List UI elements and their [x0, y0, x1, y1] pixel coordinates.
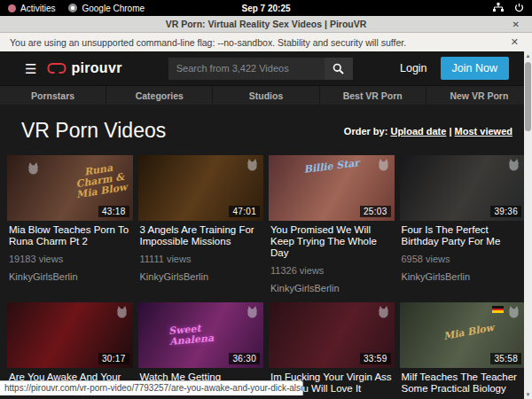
- search-bar: [168, 58, 353, 80]
- power-icon[interactable]: [514, 3, 524, 14]
- page-title: VR Porn Videos: [21, 119, 166, 143]
- studio-cat-logo-icon: [507, 159, 520, 171]
- order-separator: |: [449, 126, 451, 137]
- video-studio-link[interactable]: KinkyGirlsBerlin: [140, 271, 262, 282]
- video-duration-badge: 25:03: [360, 206, 391, 217]
- studio-cat-logo-icon: [27, 162, 40, 175]
- thumbnail-overlay-text: Sweet Analena: [168, 321, 233, 348]
- video-thumbnail[interactable]: 30:17: [7, 302, 133, 368]
- system-top-bar: Activities Google Chrome Sep 7 20:25: [0, 0, 532, 16]
- order-upload-date-link[interactable]: Upload date: [390, 126, 446, 137]
- german-flag-icon: [492, 306, 504, 313]
- search-button[interactable]: [325, 58, 353, 80]
- video-title-link[interactable]: You Promised We Will Keep Trying The Who…: [270, 224, 393, 259]
- video-views: 6958 views: [402, 254, 524, 264]
- video-duration-badge: 36:30: [229, 353, 260, 364]
- nav-item-best-vr-porn[interactable]: Best VR Porn: [320, 86, 426, 105]
- chrome-appmenu-button[interactable]: Google Chrome: [82, 4, 145, 13]
- activities-button[interactable]: Activities: [20, 4, 55, 13]
- studio-cat-logo-icon: [377, 306, 390, 318]
- studio-cat-logo-icon: [115, 306, 129, 318]
- video-thumbnail[interactable]: Mia Blow 35:58: [400, 302, 526, 368]
- video-views: 11111 views: [140, 254, 262, 264]
- nav-item-categories[interactable]: Categories: [106, 86, 213, 105]
- studio-cat-logo-icon: [246, 159, 259, 171]
- video-card: Runa Charm & Mia Blow 43:18 Mia Blow Tea…: [7, 155, 133, 293]
- video-duration-badge: 39:36: [490, 206, 521, 217]
- video-duration-badge: 30:17: [98, 353, 129, 364]
- video-views: 11326 views: [270, 265, 393, 276]
- thumbnail-overlay-text: Billie Star: [303, 158, 360, 176]
- chrome-warning-bar: You are using an unsupported command-lin…: [0, 33, 532, 51]
- vr-goggles-icon: [47, 62, 66, 74]
- status-bar-url: https://pirouvr.com/vr-porn-video/779325…: [0, 380, 303, 395]
- scrollbar-thumb[interactable]: [525, 62, 531, 131]
- site-header: ☰ pirouvr Login Join Now: [0, 51, 532, 85]
- video-studio-link[interactable]: KinkyGirlsBerlin: [9, 271, 131, 282]
- video-studio-link[interactable]: KinkyGirlsBerlin: [402, 271, 524, 282]
- video-thumbnail[interactable]: Billie Star 25:03: [269, 155, 395, 221]
- video-grid: Runa Charm & Mia Blow 43:18 Mia Blow Tea…: [0, 155, 532, 399]
- network-icon[interactable]: [493, 3, 504, 14]
- chrome-icon: [68, 4, 77, 12]
- site-nav: PornstarsCategoriesStudiosBest VR PornNe…: [0, 85, 532, 105]
- nav-item-studios[interactable]: Studios: [213, 86, 319, 105]
- search-input[interactable]: [168, 58, 325, 80]
- scrollbar[interactable]: ▲ ▼: [524, 51, 532, 399]
- video-title-link[interactable]: Mia Blow Teaches Porn To Runa Charm Pt 2: [9, 224, 131, 247]
- order-by-label: Order by:: [344, 126, 388, 137]
- login-button[interactable]: Login: [400, 62, 427, 74]
- video-card: 47:01 3 Angels Are Training For Impossib…: [138, 155, 264, 293]
- hamburger-menu-icon[interactable]: ☰: [25, 62, 36, 75]
- video-thumbnail[interactable]: 47:01: [138, 155, 264, 221]
- video-studio-link[interactable]: KinkyGirlsBerlin: [270, 283, 393, 293]
- search-icon: [332, 63, 344, 74]
- video-card: 39:36 Four Is The Perfect Birthday Party…: [400, 155, 526, 293]
- window-title: VR Porn: Virtual Reality Sex Videos | Pi…: [166, 19, 367, 29]
- window-close-icon[interactable]: ✕: [507, 16, 525, 32]
- join-now-button[interactable]: Join Now: [441, 57, 509, 80]
- system-clock[interactable]: Sep 7 20:25: [241, 4, 290, 13]
- video-title-link[interactable]: 3 Angels Are Training For Impossible Mis…: [140, 224, 262, 247]
- order-by: Order by: Upload date | Most viewed: [344, 126, 512, 137]
- warning-text: You are using an unsupported command-lin…: [10, 37, 406, 48]
- video-thumbnail[interactable]: Runa Charm & Mia Blow 43:18: [7, 155, 133, 221]
- video-thumbnail[interactable]: 39:36: [400, 155, 526, 221]
- studio-cat-logo-icon: [246, 306, 259, 318]
- thumbnail-overlay-text: Runa Charm & Mia Blow: [69, 160, 130, 201]
- page-head: VR Porn Videos Order by: Upload date | M…: [0, 105, 532, 143]
- nav-item-pornstars[interactable]: Pornstars: [0, 86, 106, 105]
- window-title-bar: VR Porn: Virtual Reality Sex Videos | Pi…: [0, 16, 532, 33]
- scrollbar-up-icon[interactable]: ▲: [524, 51, 532, 60]
- video-thumbnail[interactable]: Sweet Analena 36:30: [138, 302, 264, 368]
- web-content: ☰ pirouvr Login Join Now PornstarsCatego…: [0, 51, 532, 399]
- studio-cat-logo-icon: [507, 306, 520, 318]
- nav-item-new-vr-porn[interactable]: New VR Porn: [426, 86, 532, 105]
- video-title-link[interactable]: Milf Teaches The Teacher Some Practical …: [402, 372, 524, 395]
- video-duration-badge: 47:01: [229, 206, 260, 217]
- warning-close-icon[interactable]: ✕: [505, 35, 524, 49]
- video-thumbnail[interactable]: 33:59: [269, 302, 395, 368]
- video-views: 19183 views: [9, 254, 131, 264]
- video-card: Billie Star 25:03 You Promised We Will K…: [269, 155, 395, 293]
- studio-cat-logo-icon: [377, 159, 390, 171]
- order-most-viewed-link[interactable]: Most viewed: [455, 126, 512, 137]
- site-logo-text: pirouvr: [71, 60, 121, 76]
- video-card: Mia Blow 35:58 Milf Teaches The Teacher …: [400, 302, 526, 399]
- scrollbar-down-icon[interactable]: ▼: [524, 390, 532, 399]
- video-duration-badge: 35:58: [490, 353, 521, 364]
- video-duration-badge: 33:59: [360, 353, 391, 364]
- activities-indicator-icon: [8, 4, 16, 12]
- video-title-link[interactable]: Four Is The Perfect Birthday Party For M…: [402, 224, 524, 247]
- video-duration-badge: 43:18: [98, 206, 129, 217]
- thumbnail-overlay-text: Mia Blow: [443, 323, 496, 342]
- site-logo[interactable]: pirouvr: [47, 60, 121, 76]
